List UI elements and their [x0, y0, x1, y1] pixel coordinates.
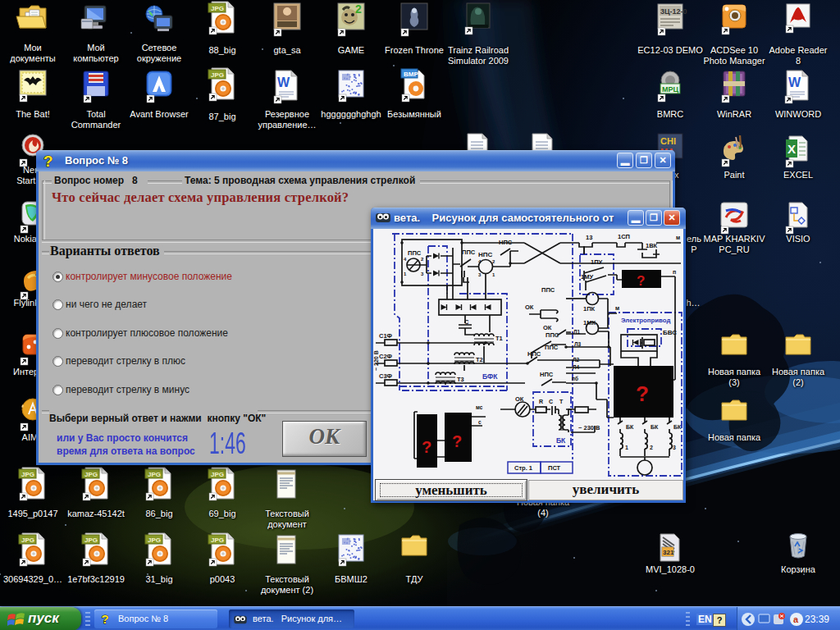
svg-text:~ 230 В: ~ 230 В [578, 424, 600, 431]
svg-text:БФК: БФК [482, 372, 498, 381]
svg-text:ППС: ППС [546, 331, 559, 339]
svg-text:JPG: JPG [84, 471, 98, 478]
svg-text:1МУ: 1МУ [581, 273, 593, 281]
svg-text:м: м [615, 305, 619, 311]
svg-text:1ПУ: 1ПУ [591, 258, 603, 266]
svg-text:С3Ф: С3Ф [379, 372, 393, 380]
svg-text:БВС: БВС [663, 329, 677, 336]
svg-text:ПСТ: ПСТ [548, 464, 561, 472]
svg-text:?: ? [43, 153, 53, 169]
svg-text:2: 2 [650, 445, 653, 450]
svg-text:ОК: ОК [525, 304, 534, 311]
svg-text:?: ? [452, 432, 462, 450]
svg-text:Электропривод: Электропривод [621, 317, 670, 324]
svg-text:CHI: CHI [660, 136, 676, 146]
svg-text:Т2: Т2 [476, 356, 483, 363]
svg-text:JPG: JPG [211, 5, 224, 12]
svg-text:1МК: 1МК [583, 319, 596, 326]
svg-text:W: W [277, 75, 290, 89]
svg-text:НПС: НПС [499, 239, 513, 246]
svg-text:ОК: ОК [543, 324, 552, 331]
svg-text:С: С [464, 318, 469, 326]
svg-text:Т3: Т3 [457, 376, 464, 383]
svg-text:Л4: Л4 [573, 364, 580, 370]
svg-text:п: п [673, 269, 676, 275]
svg-text:3: 3 [673, 445, 676, 450]
svg-text:2: 2 [355, 2, 362, 16]
svg-text:MPЦ: MPЦ [662, 85, 679, 94]
svg-text:БК: БК [673, 424, 682, 430]
svg-text:JPG: JPG [21, 536, 34, 544]
svg-text:a: a [793, 614, 799, 624]
svg-text:БК: БК [651, 424, 659, 430]
svg-text:X: X [788, 142, 796, 156]
svg-text:С2Ф: С2Ф [379, 353, 393, 360]
svg-text:БК: БК [626, 424, 634, 430]
svg-text:1СП: 1СП [618, 233, 630, 240]
svg-text:~ 220 В: ~ 220 В [373, 350, 379, 371]
svg-text:с: с [478, 419, 482, 425]
svg-text:С1Ф: С1Ф [379, 332, 393, 340]
svg-text:НПС: НПС [527, 350, 541, 358]
svg-text:м: м [676, 235, 680, 240]
svg-text:пб: пб [572, 376, 578, 381]
svg-text:JPG: JPG [148, 471, 161, 478]
svg-text:Л2: Л2 [573, 357, 580, 363]
svg-text:мс: мс [476, 404, 483, 410]
svg-text:JPG: JPG [84, 536, 98, 544]
svg-text:R: R [539, 399, 543, 404]
svg-text:JPG: JPG [211, 71, 224, 79]
svg-text:Т: Т [559, 399, 564, 404]
svg-text:321: 321 [663, 549, 674, 556]
svg-text:ППС: ППС [408, 249, 422, 257]
svg-text:Л3: Л3 [574, 341, 582, 347]
svg-text:1ПК: 1ПК [583, 305, 596, 313]
svg-text:ППС: ППС [541, 286, 555, 294]
svg-text:?: ? [637, 273, 645, 289]
svg-text:?: ? [422, 438, 431, 456]
svg-text:1: 1 [625, 445, 628, 450]
svg-text:1ВК: 1ВК [646, 242, 658, 249]
svg-text:13: 13 [586, 234, 592, 241]
svg-text:?: ? [636, 381, 649, 406]
svg-text:ППС: ППС [462, 249, 476, 256]
svg-text:С: С [549, 399, 553, 404]
svg-text:JPG: JPG [211, 471, 224, 478]
svg-text:Т1: Т1 [495, 335, 503, 342]
svg-text:НПС: НПС [540, 371, 554, 378]
svg-text:ППС: ППС [545, 344, 559, 351]
svg-text:JPG: JPG [148, 536, 161, 544]
svg-text:БК: БК [556, 436, 566, 445]
svg-text:?: ? [102, 612, 109, 625]
svg-text:BMP: BMP [404, 71, 418, 78]
svg-text:НПС: НПС [478, 251, 493, 258]
svg-text:W: W [788, 75, 801, 89]
svg-text:JPG: JPG [21, 471, 34, 478]
svg-text:Стр. 1: Стр. 1 [514, 464, 532, 472]
svg-text:3Ц-12-0: 3Ц-12-0 [660, 7, 687, 16]
svg-text:Л1: Л1 [573, 329, 581, 335]
svg-text:ОК: ОК [515, 395, 524, 403]
svg-text:JPG: JPG [211, 536, 224, 544]
